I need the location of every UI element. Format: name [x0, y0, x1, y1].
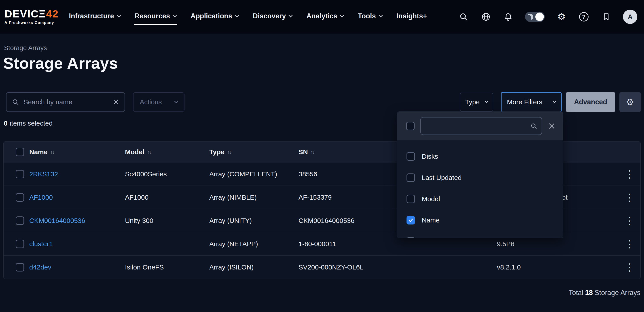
- row-version: 9.5P6: [497, 240, 619, 248]
- row-model: Isilon OneFS: [125, 263, 209, 271]
- chevron-down-icon: [235, 13, 239, 17]
- row-checkbox[interactable]: [16, 193, 24, 202]
- panel-search-box: [420, 117, 542, 135]
- bookmark-icon[interactable]: [600, 11, 612, 22]
- settings-gear-icon[interactable]: ⚙: [556, 11, 567, 22]
- nav-resources[interactable]: Resources: [134, 9, 177, 25]
- chevron-down-icon: [173, 13, 177, 17]
- search-by-name-box: [6, 92, 125, 112]
- row-actions-kebab-icon[interactable]: ⋮: [619, 169, 640, 179]
- table-settings-button[interactable]: ⚙: [620, 92, 641, 112]
- panel-option-list: Disks Last Updated Model Name: [397, 140, 563, 238]
- option-checkbox[interactable]: [406, 152, 415, 161]
- toggle-knob: [535, 13, 544, 21]
- panel-search-input[interactable]: [425, 122, 527, 130]
- chevron-down-icon: [289, 13, 293, 17]
- advanced-button[interactable]: Advanced: [566, 92, 616, 112]
- row-checkbox[interactable]: [16, 170, 24, 178]
- panel-option-name[interactable]: Name: [397, 209, 563, 231]
- select-all-checkbox[interactable]: [16, 148, 24, 156]
- option-checkbox[interactable]: [406, 195, 415, 203]
- column-header-type[interactable]: Type↑↓: [209, 148, 298, 156]
- row-actions-kebab-icon[interactable]: ⋮: [619, 239, 640, 249]
- panel-select-all-checkbox[interactable]: [406, 122, 414, 130]
- search-icon: [12, 99, 19, 106]
- theme-toggle[interactable]: [525, 12, 545, 22]
- row-actions-kebab-icon[interactable]: ⋮: [619, 262, 640, 272]
- topbar-icon-group: ⚙ ? A: [458, 10, 637, 24]
- table-row: d42dev Isilon OneFS Array (ISILON) SV200…: [4, 255, 640, 279]
- panel-option-partial[interactable]: [397, 231, 563, 238]
- actions-dropdown[interactable]: Actions: [133, 92, 184, 112]
- row-model: AF1000: [125, 194, 209, 201]
- search-icon: [530, 123, 537, 129]
- type-filter-dropdown[interactable]: Type: [460, 93, 493, 111]
- breadcrumb[interactable]: Storage Arrays: [4, 44, 47, 52]
- search-icon[interactable]: [458, 11, 469, 22]
- chevron-down-icon: [117, 13, 121, 17]
- row-checkbox[interactable]: [16, 216, 24, 225]
- nav-analytics[interactable]: Analytics: [306, 9, 344, 25]
- selection-status: 0items selected: [4, 120, 52, 127]
- row-model: Unity 300: [125, 217, 209, 224]
- column-header-name[interactable]: Name↑↓: [29, 148, 125, 156]
- row-type: Array (UNITY): [209, 217, 298, 224]
- row-type: Array (NETAPP): [209, 240, 298, 248]
- row-checkbox[interactable]: [16, 263, 24, 271]
- row-sn: 1-80-000011: [298, 240, 497, 248]
- row-type: Array (NIMBLE): [209, 194, 298, 201]
- search-input[interactable]: [24, 98, 108, 106]
- device42-logo[interactable]: DEVICΞ42 A Freshworks Company: [4, 9, 58, 25]
- main-nav: Infrastructure Resources Applications Di…: [68, 9, 427, 25]
- row-actions-kebab-icon[interactable]: ⋮: [619, 192, 640, 203]
- toolbar: Actions Type More Filters Advanced ⚙: [6, 92, 641, 112]
- row-name-link[interactable]: AF1000: [29, 194, 53, 201]
- globe-icon[interactable]: [480, 11, 492, 22]
- moon-icon: [527, 14, 533, 20]
- clear-search-icon[interactable]: [112, 99, 119, 105]
- sort-icon: ↑↓: [50, 149, 54, 155]
- row-checkbox[interactable]: [16, 240, 24, 248]
- more-filters-dropdown[interactable]: More Filters: [501, 92, 562, 112]
- logo-text: DEVICΞ42: [4, 9, 58, 19]
- option-checkbox[interactable]: [406, 173, 415, 182]
- column-header-model[interactable]: Model↑↓: [125, 148, 209, 156]
- sort-icon: ↑↓: [147, 149, 151, 155]
- chevron-down-icon: [378, 13, 382, 17]
- chevron-down-icon: [340, 13, 344, 17]
- user-avatar[interactable]: A: [623, 10, 637, 24]
- row-actions-kebab-icon[interactable]: ⋮: [619, 215, 640, 226]
- nav-applications[interactable]: Applications: [190, 9, 239, 25]
- row-name-link[interactable]: 2RKS132: [29, 170, 58, 178]
- row-type: Array (COMPELLENT): [209, 170, 298, 178]
- page-title: Storage Arrays: [3, 54, 118, 72]
- toolbar-right-group: Type More Filters Advanced ⚙: [460, 92, 641, 112]
- row-name-link[interactable]: CKM00164000536: [29, 217, 85, 224]
- option-checkbox[interactable]: [406, 237, 415, 238]
- option-checkbox[interactable]: [406, 216, 415, 224]
- notifications-bell-icon[interactable]: [503, 11, 514, 22]
- close-panel-icon[interactable]: [548, 122, 556, 130]
- panel-option-disks[interactable]: Disks: [397, 146, 563, 167]
- panel-option-last-updated[interactable]: Last Updated: [397, 167, 563, 188]
- nav-insights-plus[interactable]: Insights+: [396, 9, 428, 25]
- sort-icon: ↑↓: [227, 149, 231, 155]
- logo-tagline: A Freshworks Company: [4, 21, 58, 25]
- nav-tools[interactable]: Tools: [357, 9, 382, 25]
- chevron-down-icon: [485, 99, 488, 103]
- row-type: Array (ISILON): [209, 263, 298, 271]
- sort-icon: ↑↓: [310, 149, 314, 155]
- table-total-summary: Total18Storage Arrays: [569, 289, 640, 297]
- panel-option-model[interactable]: Model: [397, 188, 563, 209]
- row-model: Sc4000Series: [125, 170, 209, 178]
- nav-discovery[interactable]: Discovery: [252, 9, 292, 25]
- row-name-link[interactable]: d42dev: [29, 263, 51, 271]
- gear-icon: ⚙: [626, 98, 634, 107]
- panel-header: [397, 112, 563, 140]
- row-version: v8.2.1.0: [497, 263, 619, 271]
- nav-infrastructure[interactable]: Infrastructure: [68, 9, 121, 25]
- help-icon[interactable]: ?: [578, 11, 590, 22]
- chevron-down-icon: [174, 99, 178, 103]
- top-navigation-bar: DEVICΞ42 A Freshworks Company Infrastruc…: [0, 0, 644, 34]
- row-name-link[interactable]: cluster1: [29, 240, 53, 247]
